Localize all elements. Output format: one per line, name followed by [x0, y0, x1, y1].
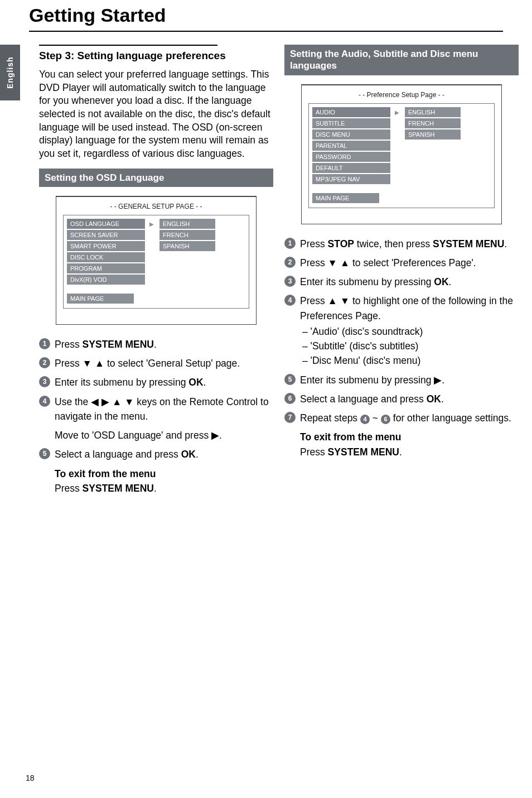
step-4: 4 Use the ◀ ▶ ▲ ▼ keys on the Remote Con… — [39, 395, 273, 424]
step-text: Press SYSTEM MENU. — [55, 337, 273, 352]
page-title: Getting Started — [29, 4, 166, 26]
menu-item: AUDIO — [312, 107, 390, 117]
menu-item: PROGRAM — [67, 263, 145, 273]
main-page-item: MAIN PAGE — [312, 193, 379, 203]
ui-right-col: ENGLISH FRENCH SPANISH — [405, 107, 461, 204]
step-2: 2 Press ▼ ▲ to select 'General Setup' pa… — [39, 356, 273, 371]
menu-item: DivX(R) VOD — [67, 275, 145, 285]
list-item: – 'Disc Menu' (disc's menu) — [300, 353, 519, 368]
step-text: Enter its submenu by pressing ▶. — [300, 373, 519, 387]
menu-item: DISC LOCK — [67, 252, 145, 262]
inline-step-ref-icon: 4 — [360, 415, 370, 424]
step-number-icon: 4 — [39, 396, 50, 407]
menu-item: FRENCH — [159, 230, 215, 240]
menu-item: SMART POWER — [67, 241, 145, 251]
ui-left-col: OSD LANGUAGE SCREEN SAVER SMART POWER DI… — [67, 219, 145, 305]
step-text: Enter its submenu by pressing OK. — [55, 375, 273, 390]
menu-item: MP3/JPEG NAV — [312, 174, 390, 184]
step-4: 4 Press ▲ ▼ to highlight one of the foll… — [284, 294, 519, 368]
main-page-item: MAIN PAGE — [67, 294, 134, 304]
step-text: Select a language and press OK. — [55, 447, 273, 462]
general-setup-screenshot: - - GENERAL SETUP PAGE - - OSD LANGUAGE … — [56, 196, 257, 325]
page-number: 18 — [26, 773, 35, 782]
submenu-arrow-icon: ▶ — [395, 107, 400, 204]
inline-step-ref-icon: 6 — [381, 415, 390, 424]
step-text: Press STOP twice, then press SYSTEM MENU… — [300, 237, 519, 251]
step-5: 5 Select a language and press OK. — [39, 447, 273, 462]
ui-left-col: AUDIO SUBTITLE DISC MENU PARENTAL PASSWO… — [312, 107, 390, 204]
step-7: 7 Repeat steps 4 ~ 6 for other language … — [284, 411, 519, 425]
right-column: Setting the Audio, Subtitle and Disc men… — [284, 45, 519, 459]
menu-item: SUBTITLE — [312, 118, 390, 128]
step-text: Repeat steps 4 ~ 6 for other language se… — [300, 411, 519, 425]
step-1: 1 Press STOP twice, then press SYSTEM ME… — [284, 237, 519, 251]
list-item: – 'Audio' (disc's soundtrack) — [300, 324, 519, 339]
menu-item: PARENTAL — [312, 141, 390, 151]
step-number-icon: 6 — [284, 393, 296, 404]
step-rule — [39, 45, 217, 46]
menu-item: DEFAULT — [312, 163, 390, 173]
ui-panel: OSD LANGUAGE SCREEN SAVER SMART POWER DI… — [63, 215, 249, 309]
audio-subtitle-bar: Setting the Audio, Subtitle and Disc men… — [284, 45, 519, 75]
menu-item: FRENCH — [405, 118, 461, 128]
ui-header: - - Preference Setup Page - - — [308, 91, 495, 99]
step-number-icon: 5 — [39, 448, 50, 459]
step-2: 2 Press ▼ ▲ to select 'Preferences Page'… — [284, 256, 519, 270]
menu-item: SPANISH — [159, 241, 215, 251]
left-steps: 1 Press SYSTEM MENU. 2 Press ▼ ▲ to sele… — [39, 337, 273, 496]
step-number-icon: 2 — [284, 257, 296, 268]
step-text: Press ▼ ▲ to select 'General Setup' page… — [55, 356, 273, 371]
menu-item: ENGLISH — [159, 219, 215, 229]
list-item: – 'Subtitle' (disc's subtitles) — [300, 339, 519, 353]
step-text: Enter its submenu by pressing OK. — [300, 275, 519, 289]
step-3: 3 Enter its submenu by pressing OK. — [39, 375, 273, 390]
exit-text: Press SYSTEM MENU. — [55, 481, 273, 496]
step-5: 5 Enter its submenu by pressing ▶. — [284, 373, 519, 387]
step-3: 3 Enter its submenu by pressing OK. — [284, 275, 519, 289]
step-number-icon: 7 — [284, 412, 296, 423]
step3-heading: Step 3: Setting language preferences — [39, 49, 273, 63]
menu-item: PASSWORD — [312, 152, 390, 162]
menu-item: OSD LANGUAGE — [67, 219, 145, 229]
step-text: Press ▼ ▲ to select 'Preferences Page'. — [300, 256, 519, 270]
ui-panel: AUDIO SUBTITLE DISC MENU PARENTAL PASSWO… — [308, 103, 495, 208]
step-4-sub: Move to 'OSD Language' and press ▶. — [55, 428, 273, 443]
preference-setup-screenshot: - - Preference Setup Page - - AUDIO SUBT… — [301, 84, 502, 224]
exit-block: To exit from the menu Press SYSTEM MENU. — [300, 430, 519, 459]
step-text: Use the ◀ ▶ ▲ ▼ keys on the Remote Contr… — [55, 395, 273, 424]
step-text: Select a language and press OK. — [300, 392, 519, 406]
step-number-icon: 2 — [39, 357, 50, 368]
step-1: 1 Press SYSTEM MENU. — [39, 337, 273, 352]
step3-intro: You can select your preferred language s… — [39, 68, 273, 160]
language-tab: English — [0, 45, 20, 100]
osd-language-bar: Setting the OSD Language — [39, 169, 273, 187]
exit-heading: To exit from the menu — [55, 467, 273, 481]
right-steps: 1 Press STOP twice, then press SYSTEM ME… — [284, 237, 519, 459]
left-column: Step 3: Setting language preferences You… — [39, 45, 273, 496]
menu-item: SCREEN SAVER — [67, 230, 145, 240]
title-rule — [29, 31, 503, 32]
step-number-icon: 3 — [39, 376, 50, 387]
step-number-icon: 4 — [284, 295, 296, 306]
exit-heading: To exit from the menu — [300, 430, 519, 444]
submenu-arrow-icon: ▶ — [149, 219, 155, 305]
exit-text: Press SYSTEM MENU. — [300, 445, 519, 459]
menu-item: DISC MENU — [312, 129, 390, 140]
step-number-icon: 3 — [284, 276, 296, 287]
step-number-icon: 1 — [39, 338, 50, 349]
step-text: Press ▲ ▼ to highlight one of the follow… — [300, 294, 519, 368]
exit-block: To exit from the menu Press SYSTEM MENU. — [55, 467, 273, 496]
step-6: 6 Select a language and press OK. — [284, 392, 519, 406]
menu-item: SPANISH — [405, 129, 461, 140]
step-number-icon: 5 — [284, 374, 296, 385]
step-number-icon: 1 — [284, 238, 296, 249]
ui-header: - - GENERAL SETUP PAGE - - — [63, 203, 249, 210]
ui-right-col: ENGLISH FRENCH SPANISH — [159, 219, 215, 305]
menu-item: ENGLISH — [405, 107, 461, 117]
